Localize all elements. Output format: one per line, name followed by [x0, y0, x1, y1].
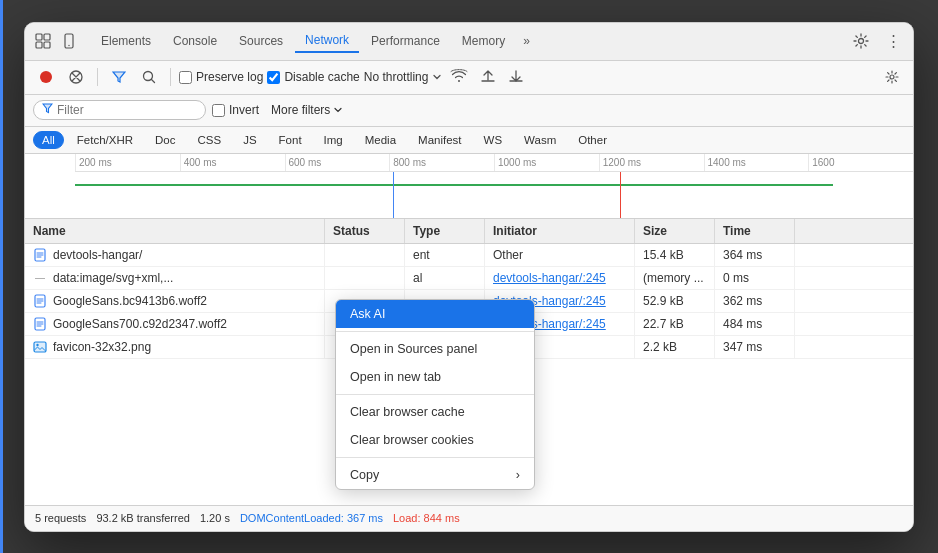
menu-separator-1: [336, 331, 534, 332]
filter-funnel-icon: [42, 103, 53, 117]
tab-bar-icons: [33, 31, 79, 51]
type-filters: All Fetch/XHR Doc CSS JS Font Img Media …: [25, 127, 913, 154]
mobile-icon[interactable]: [59, 31, 79, 51]
menu-item-open-sources[interactable]: Open in Sources panel: [336, 335, 534, 363]
filter-input[interactable]: [57, 103, 197, 117]
disable-cache-input[interactable]: [267, 71, 280, 84]
type-btn-media[interactable]: Media: [356, 131, 405, 149]
menu-separator-3: [336, 457, 534, 458]
tab-console[interactable]: Console: [163, 30, 227, 52]
table-row[interactable]: devtools-hangar/ ent Other 15.4 kB 364 m…: [25, 244, 913, 267]
td-time-0: 364 ms: [715, 244, 795, 266]
toolbar-sep-1: [97, 68, 98, 86]
file-dash-icon: —: [33, 271, 47, 285]
svg-point-15: [36, 343, 38, 345]
svg-rect-1: [44, 34, 50, 40]
tick-1: 400 ms: [180, 154, 285, 171]
devtools-icon[interactable]: [33, 31, 53, 51]
menu-item-ask-ai[interactable]: Ask AI: [336, 300, 534, 328]
td-name-3: GoogleSans700.c92d2347.woff2: [25, 313, 325, 335]
type-btn-js[interactable]: JS: [234, 131, 265, 149]
svg-rect-14: [34, 342, 46, 352]
svg-rect-3: [44, 42, 50, 48]
file-doc-icon: [33, 248, 47, 262]
type-btn-img[interactable]: Img: [315, 131, 352, 149]
type-btn-ws[interactable]: WS: [475, 131, 512, 149]
td-type-0: ent: [405, 244, 485, 266]
menu-item-open-tab[interactable]: Open in new tab: [336, 363, 534, 391]
td-size-1: (memory ...: [635, 267, 715, 289]
svg-point-7: [40, 71, 52, 83]
invert-checkbox[interactable]: [212, 104, 225, 117]
type-btn-doc[interactable]: Doc: [146, 131, 184, 149]
menu-separator-2: [336, 394, 534, 395]
svg-point-6: [859, 39, 864, 44]
file-doc-icon: [33, 294, 47, 308]
upload-icon[interactable]: [476, 66, 500, 89]
type-btn-font[interactable]: Font: [270, 131, 311, 149]
menu-item-clear-cache[interactable]: Clear browser cache: [336, 398, 534, 426]
submenu-arrow-icon: ›: [516, 468, 520, 482]
td-name-2: GoogleSans.bc9413b6.woff2: [25, 290, 325, 312]
td-time-4: 347 ms: [715, 336, 795, 358]
type-btn-manifest[interactable]: Manifest: [409, 131, 470, 149]
tab-elements[interactable]: Elements: [91, 30, 161, 52]
td-time-3: 484 ms: [715, 313, 795, 335]
type-btn-fetchxhr[interactable]: Fetch/XHR: [68, 131, 142, 149]
tick-3: 800 ms: [389, 154, 494, 171]
tab-more[interactable]: »: [517, 30, 536, 52]
td-name-1: — data:image/svg+xml,...: [25, 267, 325, 289]
tick-0: 200 ms: [75, 154, 180, 171]
disable-cache-checkbox[interactable]: Disable cache: [267, 70, 359, 84]
record-button[interactable]: [33, 64, 59, 90]
type-btn-other[interactable]: Other: [569, 131, 616, 149]
table-row[interactable]: — data:image/svg+xml,... al devtools-han…: [25, 267, 913, 290]
domcontentloaded-time: DOMContentLoaded: 367 ms: [240, 512, 383, 524]
tab-network[interactable]: Network: [295, 29, 359, 53]
type-btn-wasm[interactable]: Wasm: [515, 131, 565, 149]
network-settings-icon[interactable]: [879, 64, 905, 90]
th-size: Size: [635, 219, 715, 243]
preserve-log-checkbox[interactable]: Preserve log: [179, 70, 263, 84]
td-time-2: 362 ms: [715, 290, 795, 312]
load-time: Load: 844 ms: [393, 512, 460, 524]
svg-point-10: [890, 75, 894, 79]
menu-item-copy[interactable]: Copy ›: [336, 461, 534, 489]
requests-count: 5 requests: [35, 512, 86, 524]
svg-rect-2: [36, 42, 42, 48]
td-type-1: al: [405, 267, 485, 289]
download-icon[interactable]: [504, 66, 528, 89]
td-size-4: 2.2 kB: [635, 336, 715, 358]
devtools-window: Elements Console Sources Network Perform…: [24, 22, 914, 532]
td-initiator-1: devtools-hangar/:245: [485, 267, 635, 289]
search-icon[interactable]: [136, 64, 162, 90]
menu-item-clear-cookies[interactable]: Clear browser cookies: [336, 426, 534, 454]
th-status: Status: [325, 219, 405, 243]
file-img-icon: [33, 340, 47, 354]
throttle-select[interactable]: No throttling: [364, 70, 443, 84]
preserve-log-input[interactable]: [179, 71, 192, 84]
table-area: Name Status Type Initiator Size Time dev…: [25, 219, 913, 505]
tab-memory[interactable]: Memory: [452, 30, 515, 52]
th-time: Time: [715, 219, 795, 243]
context-menu: Ask AI Open in Sources panel Open in new…: [335, 299, 535, 490]
filter-input-wrap[interactable]: [33, 100, 206, 120]
tick-4: 1000 ms: [494, 154, 599, 171]
tab-performance[interactable]: Performance: [361, 30, 450, 52]
filter-icon[interactable]: [106, 64, 132, 90]
tab-bar: Elements Console Sources Network Perform…: [25, 23, 913, 61]
filter-bar: Invert More filters: [25, 95, 913, 127]
th-initiator: Initiator: [485, 219, 635, 243]
tick-6: 1400 ms: [704, 154, 809, 171]
settings-icon[interactable]: [849, 29, 873, 53]
more-options-icon[interactable]: ⋮: [881, 29, 905, 53]
tick-5: 1200 ms: [599, 154, 704, 171]
type-btn-css[interactable]: CSS: [188, 131, 230, 149]
more-filters-button[interactable]: More filters: [265, 101, 349, 119]
td-size-3: 22.7 kB: [635, 313, 715, 335]
type-btn-all[interactable]: All: [33, 131, 64, 149]
tab-sources[interactable]: Sources: [229, 30, 293, 52]
wifi-icon[interactable]: [446, 67, 472, 88]
clear-button[interactable]: [63, 64, 89, 90]
status-bar: 5 requests 93.2 kB transferred 1.20 s DO…: [25, 505, 913, 531]
